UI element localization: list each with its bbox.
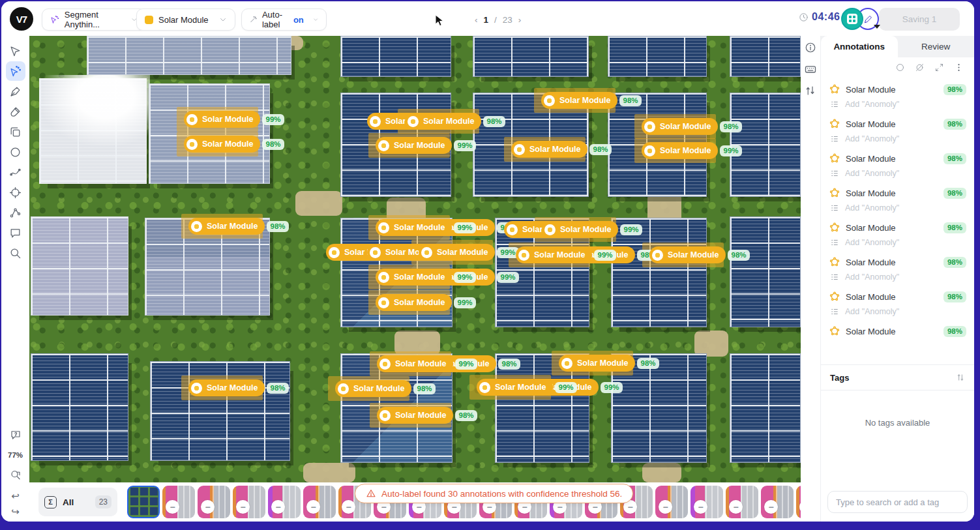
- tags-section-header: Tags: [821, 364, 974, 390]
- annotation-item[interactable]: Solar Module98%: [821, 79, 974, 99]
- expand-icon[interactable]: [934, 63, 944, 72]
- annotation-add-attribute[interactable]: Add "Anomoly": [821, 134, 974, 148]
- skeleton-tool[interactable]: [6, 203, 25, 222]
- tab-annotations[interactable]: Annotations: [821, 36, 898, 57]
- thumbnail[interactable]: −: [655, 486, 688, 518]
- thumbnail[interactable]: −: [198, 486, 230, 518]
- solar-module-annotation-label[interactable]: Solar Module98%: [642, 118, 742, 135]
- annotation-add-attribute[interactable]: Add "Anomoly": [821, 203, 974, 217]
- auto-annotate-tool[interactable]: [6, 61, 25, 81]
- duplicate-tool[interactable]: [6, 122, 25, 141]
- tab-review[interactable]: Review: [898, 36, 975, 57]
- current-page[interactable]: 1: [484, 15, 489, 25]
- pen-tool[interactable]: [6, 81, 25, 101]
- thumbnail[interactable]: −: [726, 486, 758, 518]
- annotation-item[interactable]: Solar Module98%: [821, 217, 974, 237]
- solar-module-annotation-label[interactable]: Solar Module98%: [335, 380, 436, 397]
- thumbnail[interactable]: −: [303, 486, 336, 518]
- solar-module-annotation-label[interactable]: Solar Module99%: [376, 137, 476, 154]
- annotation-dot-icon: [186, 139, 198, 150]
- fit-screen-button[interactable]: [6, 465, 25, 484]
- ellipse-tool[interactable]: [6, 142, 25, 162]
- solar-module-annotation-label[interactable]: Solar Module99%: [184, 111, 284, 128]
- hide-annotations-icon[interactable]: [915, 63, 925, 72]
- solar-module-annotation-label[interactable]: Solar Module99%: [419, 244, 519, 261]
- image-canvas[interactable]: Solar Module99%Solar Module98%Solar Modu…: [29, 36, 801, 482]
- annotation-item[interactable]: Solar Module98%: [821, 252, 974, 272]
- prev-page-button[interactable]: ‹: [475, 15, 478, 25]
- solar-module-annotation-label[interactable]: Solar Module98%: [377, 407, 477, 424]
- keypoint-tool[interactable]: [6, 183, 25, 202]
- solar-module-annotation-label[interactable]: Solar Module98%: [188, 379, 289, 396]
- annotation-add-attribute[interactable]: Add "Anomoly": [821, 306, 974, 321]
- thumbnail[interactable]: −: [690, 486, 723, 518]
- all-items-label: All: [63, 497, 89, 507]
- annotation-add-attribute[interactable]: Add "Anomoly": [821, 168, 974, 183]
- collaborator-avatars[interactable]: [841, 8, 879, 31]
- polygon-tool[interactable]: [6, 162, 25, 182]
- tag-search-input[interactable]: [827, 491, 968, 513]
- thumbnail[interactable]: −: [761, 486, 794, 518]
- redo-button[interactable]: ↪: [11, 507, 20, 516]
- next-page-button[interactable]: ›: [518, 15, 522, 25]
- all-items-selector[interactable]: Σ All 23: [38, 488, 117, 516]
- annotation-item[interactable]: Solar Module98%: [821, 183, 974, 203]
- solar-module-annotation-label[interactable]: Solar Module98%: [405, 113, 505, 130]
- more-options-icon[interactable]: [954, 63, 964, 72]
- class-selector-dropdown[interactable]: Solar Module: [136, 8, 235, 31]
- sort-annotations-icon[interactable]: [805, 85, 816, 96]
- fit-screen-icon: [10, 469, 22, 480]
- zoom-level[interactable]: 77%: [8, 451, 23, 459]
- solar-module-annotation-label[interactable]: Solar Module99%: [542, 221, 642, 238]
- thumbnail-selected[interactable]: [127, 486, 160, 518]
- minus-circle-icon: −: [694, 500, 707, 514]
- select-tool[interactable]: [6, 41, 25, 61]
- sort-tags-icon[interactable]: [956, 373, 965, 382]
- thumbnail[interactable]: −: [796, 486, 801, 518]
- brush-tool[interactable]: [6, 102, 25, 121]
- model-selector-dropdown[interactable]: Segment Anythin...: [42, 8, 146, 31]
- thumbnail[interactable]: −: [162, 486, 195, 518]
- solar-module-annotation-label[interactable]: Solar Module99%: [376, 219, 476, 236]
- annotation-add-attribute[interactable]: Add "Anomoly": [821, 99, 974, 113]
- annotation-add-attribute[interactable]: Add "Anomoly": [821, 237, 974, 252]
- solar-module-annotation-label[interactable]: Solar Module98%: [559, 355, 659, 372]
- thumbnail[interactable]: −: [268, 486, 301, 518]
- autolabel-dropdown[interactable]: Auto-label on: [241, 8, 327, 31]
- solar-module-annotation-label[interactable]: Solar Module98%: [184, 136, 284, 153]
- solar-module-annotation-label[interactable]: Solar Module99%: [376, 294, 476, 311]
- confidence-badge: 98%: [637, 358, 659, 369]
- annotation-item[interactable]: Solar Module98%: [821, 321, 974, 341]
- comment-tool[interactable]: [6, 223, 25, 243]
- annotation-dot-icon: [378, 272, 389, 283]
- help-button[interactable]: [6, 425, 25, 445]
- annotation-add-attribute[interactable]: Add "Anomoly": [821, 272, 974, 286]
- keyboard-shortcuts-icon[interactable]: [804, 63, 817, 76]
- solar-module-annotation-label[interactable]: Solar Module98%: [649, 246, 750, 263]
- zoom-tool[interactable]: [6, 243, 25, 263]
- annotation-class-text: Solar Module: [394, 141, 445, 150]
- minus-circle-icon: −: [166, 500, 179, 514]
- solar-module-annotation-label[interactable]: Solar Module98%: [188, 218, 289, 235]
- annotation-item[interactable]: Solar Module98%: [821, 113, 974, 134]
- minus-circle-icon: −: [659, 500, 672, 514]
- solar-module-annotation-label[interactable]: Solar Module98%: [511, 141, 612, 158]
- polygon-class-icon: [829, 153, 840, 164]
- annotation-item[interactable]: Solar Module98%: [821, 286, 974, 306]
- solar-module-annotation-label[interactable]: Solar Module98%: [541, 92, 642, 109]
- circle-filter-icon[interactable]: [895, 63, 905, 72]
- undo-button[interactable]: ↩: [11, 491, 20, 501]
- solar-module-annotation-label[interactable]: Solar Module99%: [516, 246, 616, 263]
- solar-module-annotation-label[interactable]: Solar Module99%: [642, 142, 742, 159]
- annotation-class-text: Solar Module: [395, 411, 446, 420]
- annotation-item[interactable]: Solar Module98%: [821, 148, 974, 168]
- thumbnail[interactable]: −: [233, 486, 265, 518]
- solar-module-annotation-label[interactable]: Solar Module99%: [376, 269, 476, 286]
- path-stone: [303, 463, 355, 482]
- v7-logo[interactable]: V7: [10, 7, 33, 31]
- avatar-model[interactable]: [841, 8, 863, 30]
- info-icon[interactable]: [805, 42, 816, 53]
- saving-button[interactable]: Saving 1: [879, 8, 960, 31]
- solar-module-annotation-label[interactable]: Solar Module99%: [477, 379, 577, 396]
- solar-module-annotation-label[interactable]: Solar Module99%: [377, 355, 477, 372]
